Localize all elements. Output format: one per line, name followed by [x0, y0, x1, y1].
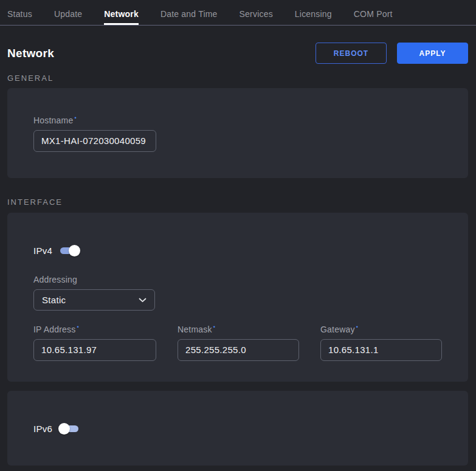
page-title: Network — [7, 47, 54, 60]
gateway-field: Gateway• — [320, 324, 442, 361]
section-label-general: GENERAL — [7, 74, 468, 83]
ip-address-label-text: IP Address — [33, 325, 75, 334]
netmask-label: Netmask• — [178, 324, 299, 334]
gateway-input[interactable] — [320, 339, 442, 361]
netmask-label-text: Netmask — [178, 325, 212, 334]
addressing-select[interactable]: Static — [33, 289, 155, 311]
hostname-field: Hostname• — [33, 115, 443, 152]
ipv4-toggle[interactable] — [60, 247, 78, 254]
page-header: Network REBOOT APPLY — [7, 43, 468, 64]
tab-services[interactable]: Services — [240, 0, 273, 25]
apply-button[interactable]: APPLY — [397, 43, 468, 64]
tab-network[interactable]: Network — [104, 0, 139, 25]
ip-address-input[interactable] — [33, 339, 156, 361]
ipv6-toggle[interactable] — [60, 425, 78, 432]
general-card: Hostname• — [7, 88, 468, 178]
tab-update[interactable]: Update — [54, 0, 82, 25]
ipv6-label: IPv6 — [33, 424, 52, 434]
reboot-button[interactable]: REBOOT — [316, 43, 387, 64]
addressing-label: Addressing — [33, 275, 443, 284]
gateway-label-text: Gateway — [320, 325, 355, 334]
section-label-interface: INTERFACE — [7, 198, 468, 207]
hostname-label-text: Hostname — [33, 115, 73, 125]
hostname-input[interactable] — [33, 130, 156, 152]
tab-licensing[interactable]: Licensing — [295, 0, 332, 25]
tab-status[interactable]: Status — [7, 0, 32, 25]
addressing-selected-value: Static — [42, 295, 66, 305]
toggle-knob — [69, 245, 80, 256]
required-marker-icon: • — [356, 324, 358, 330]
ipv4-toggle-row: IPv4 — [33, 244, 443, 256]
ip-address-field: IP Address• — [33, 324, 156, 361]
gateway-label: Gateway• — [320, 324, 442, 334]
hostname-label: Hostname• — [33, 115, 443, 125]
required-marker-icon: • — [74, 115, 76, 121]
ipv6-card: IPv6 — [7, 391, 468, 466]
network-page: Network REBOOT APPLY GENERAL Hostname• I… — [0, 43, 476, 466]
interface-card: IPv4 Addressing Static IP Address• Netma… — [7, 213, 468, 382]
ip-settings-row: IP Address• Netmask• Gateway• — [33, 324, 443, 361]
header-actions: REBOOT APPLY — [316, 43, 468, 64]
ipv6-toggle-row: IPv6 — [33, 422, 443, 435]
ip-address-label: IP Address• — [33, 324, 156, 334]
tab-bar: Status Update Network Date and Time Serv… — [0, 0, 476, 26]
tab-com-port[interactable]: COM Port — [354, 0, 393, 25]
required-marker-icon: • — [213, 324, 215, 330]
toggle-knob — [58, 423, 70, 435]
required-marker-icon: • — [77, 324, 78, 330]
netmask-field: Netmask• — [178, 324, 299, 361]
netmask-input[interactable] — [178, 339, 299, 361]
tab-date-and-time[interactable]: Date and Time — [160, 0, 218, 25]
addressing-field: Addressing Static — [33, 275, 443, 311]
chevron-down-icon — [139, 298, 147, 303]
ipv4-label: IPv4 — [33, 246, 52, 256]
